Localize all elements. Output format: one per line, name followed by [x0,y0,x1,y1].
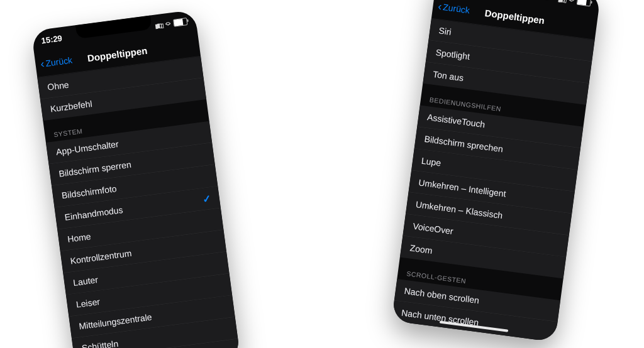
page-title: Doppeltippen [87,45,148,63]
phone-screenshot-right: 15:29 ‹ Zurück Doppeltippen Siri Spotlig… [392,0,601,342]
option-label: Home [67,231,91,244]
option-label: AssistiveTouch [426,112,486,129]
back-label: Zurück [442,2,470,15]
option-label: Spotlight [435,47,470,62]
back-label: Zurück [45,55,73,68]
wifi-icon [165,19,171,29]
battery-icon [577,0,591,6]
option-label: Kurzbefehl [50,99,92,114]
option-label: Lupe [421,156,441,168]
cellular-icon [558,0,566,3]
status-time: 15:29 [41,33,63,45]
cellular-icon [154,21,162,29]
option-label: Ohne [47,79,69,92]
option-label: Kontrollzentrum [70,248,132,266]
option-label: Mitteilungszentrale [79,312,153,331]
option-label: Siri [438,25,452,37]
checkmark-icon: ✓ [202,192,211,205]
phone-screenshot-left: 15:29 ‹ Zurück Doppeltippen Ohne Kurzbef… [31,9,241,348]
option-label: Bildschirm sprechen [424,134,504,154]
option-label: Bildschirm sperren [58,160,132,179]
chevron-left-icon: ‹ [40,58,45,70]
back-button[interactable]: ‹ Zurück [437,1,470,16]
settings-list[interactable]: Ohne Kurzbefehl System App-Umschalter Bi… [37,57,240,348]
status-icons [558,0,592,8]
settings-list[interactable]: Siri Spotlight Ton aus Bedienungshilfen … [392,19,595,342]
option-label: Nach oben scrollen [404,286,480,306]
option-label: Zoom [409,242,433,256]
battery-icon [173,18,187,27]
option-label: Leiser [75,296,101,310]
option-label: VoiceOver [413,221,454,236]
status-icons [154,17,188,31]
option-label: Einhandmodus [64,205,124,222]
option-label: Lauter [72,275,98,288]
option-label: Ton aus [432,69,464,83]
system-group: App-Umschalter Bildschirm sperren Bildsc… [46,121,240,348]
page-title: Doppeltippen [484,7,545,25]
wifi-icon [569,0,575,5]
back-button[interactable]: ‹ Zurück [40,54,73,69]
option-label: Schütteln [81,339,119,348]
option-label: Bildschirmfoto [61,183,117,200]
chevron-left-icon: ‹ [437,1,442,13]
option-label: App-Umschalter [55,139,119,157]
a11y-group: AssistiveTouch Bildschirm sprechen Lupe … [400,105,584,278]
